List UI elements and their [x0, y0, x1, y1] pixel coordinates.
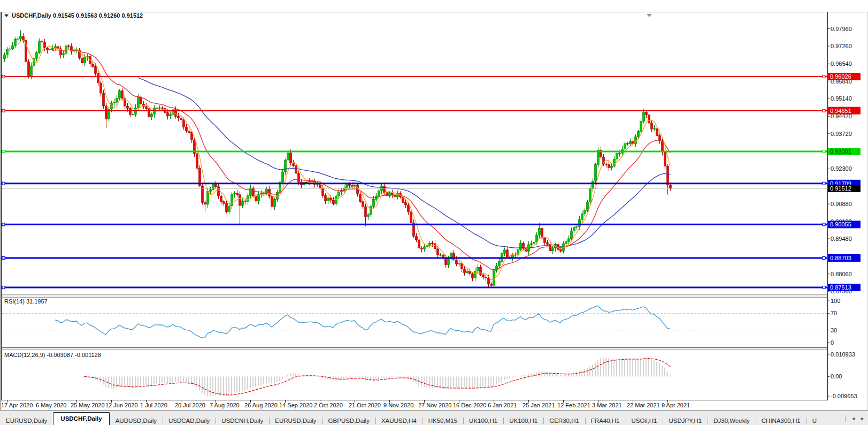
svg-text:12 Jun 2020: 12 Jun 2020 [105, 402, 138, 408]
chart-tab-ger30-h1[interactable]: GER30,H1 [543, 416, 585, 425]
chart-tab-u[interactable]: U [806, 416, 823, 425]
chart-tab-eurusd-daily[interactable]: EURUSD,Daily [0, 416, 53, 425]
svg-text:0.92300: 0.92300 [831, 165, 852, 172]
svg-text:16 Dec 2020: 16 Dec 2020 [453, 402, 486, 408]
svg-text:26 Aug 2020: 26 Aug 2020 [244, 402, 278, 408]
trading-platform-window: ▼ M1M5M15M30H1H4D1W1MN 0.979600.972600.9… [0, 0, 868, 425]
svg-text:0.89480: 0.89480 [831, 236, 852, 242]
chart-tabs-bar: EURUSD,DailyUSDCHF,DailyAUDUSD,DailyUSDC… [0, 411, 868, 425]
svg-text:1 Jul 2020: 1 Jul 2020 [140, 402, 167, 408]
svg-text:0.00: 0.00 [831, 373, 842, 380]
svg-text:0.88703: 0.88703 [830, 255, 851, 261]
svg-text:12 Feb 2021: 12 Feb 2021 [557, 402, 590, 408]
svg-text:0.97960: 0.97960 [831, 26, 852, 32]
chart-tab-usoil-h1[interactable]: USOil,H1 [626, 416, 663, 425]
svg-text:22 Mar 2021: 22 Mar 2021 [627, 402, 660, 408]
price-chart-canvas[interactable]: 0.979600.972600.965400.958400.951400.944… [0, 0, 868, 411]
svg-text:0.96026: 0.96026 [830, 73, 851, 80]
svg-text:-0.009653: -0.009653 [831, 393, 857, 399]
chart-tab-hk50-m15[interactable]: HK50,M15 [423, 416, 463, 425]
chart-tab-uk100-h1[interactable]: UK100,H1 [503, 416, 543, 425]
tab-scroll-left-icon[interactable]: ◄ [851, 416, 856, 421]
chart-tab-gbpusd-daily[interactable]: GBPUSD,Daily [322, 416, 375, 425]
svg-text:0.97260: 0.97260 [831, 43, 852, 49]
svg-text:0.96540: 0.96540 [831, 60, 852, 67]
svg-text:0.93720: 0.93720 [831, 131, 852, 137]
chart-tab-usdchf-daily[interactable]: USDCHF,Daily [53, 412, 109, 425]
svg-text:6 May 2020: 6 May 2020 [36, 402, 66, 408]
chart-tab-fra40-h1[interactable]: FRA40,H1 [585, 416, 626, 425]
chart-tab-xauusd-h4[interactable]: XAUUSD,H4 [375, 416, 423, 425]
svg-text:0.95140: 0.95140 [831, 95, 852, 102]
chart-tab-audusd-daily[interactable]: AUDUSD,Daily [110, 416, 163, 425]
rsi-label: RSI(14) 31.1957 [4, 298, 48, 305]
svg-text:0.91512: 0.91512 [830, 185, 851, 192]
svg-text:21 Oct 2020: 21 Oct 2020 [349, 402, 381, 408]
svg-text:0.94651: 0.94651 [830, 108, 851, 114]
chart-tab-eurusd-daily[interactable]: EURUSD,Daily [269, 416, 322, 425]
svg-text:0.88060: 0.88060 [831, 271, 852, 277]
svg-text:30: 30 [831, 327, 837, 333]
svg-text:2 Oct 2020: 2 Oct 2020 [314, 402, 343, 408]
svg-text:0.87513: 0.87513 [830, 284, 851, 291]
svg-text:20 Jul 2020: 20 Jul 2020 [175, 402, 205, 408]
macd-label: MACD(12,26,9) -0.003087 -0.001128 [4, 352, 101, 358]
svg-text:9 Nov 2020: 9 Nov 2020 [383, 402, 413, 408]
chart-tab-usdcnh-daily[interactable]: USDCNH,Daily [216, 416, 269, 425]
svg-text:7 Aug 2020: 7 Aug 2020 [210, 402, 240, 408]
chart-tab-china300-h1[interactable]: CHINA300,H1 [756, 416, 806, 425]
tab-scroll-arrows: ◄► [841, 411, 868, 425]
svg-text:0: 0 [831, 339, 834, 346]
svg-text:25 May 2020: 25 May 2020 [71, 402, 105, 408]
chart-tab-usdcad-daily[interactable]: USDCAD,Daily [163, 416, 216, 425]
svg-text:0.90880: 0.90880 [831, 201, 852, 207]
svg-text:25 Jan 2021: 25 Jan 2021 [523, 402, 555, 408]
svg-text:100: 100 [831, 298, 840, 304]
chart-tab-uk100-h1[interactable]: UK100,H1 [463, 416, 503, 425]
chart-tab-usdjpy-h1[interactable]: USDJPY,H1 [663, 416, 708, 425]
tab-scroll-right-icon[interactable]: ► [860, 416, 865, 421]
chart-tab-dj30-weekly[interactable]: DJ30,Weekly [708, 416, 756, 425]
svg-text:3 Mar 2021: 3 Mar 2021 [592, 402, 622, 408]
svg-text:6 Jan 2021: 6 Jan 2021 [488, 402, 517, 408]
svg-text:27 Nov 2020: 27 Nov 2020 [418, 402, 451, 408]
svg-text:0.010933: 0.010933 [831, 351, 855, 358]
chart-title: USDCHF,Daily 0.91545 0.91563 0.91260 0.9… [12, 12, 143, 19]
svg-text:70: 70 [831, 310, 837, 316]
svg-text:17 Apr 2020: 17 Apr 2020 [1, 402, 33, 408]
svg-text:14 Sep 2020: 14 Sep 2020 [279, 402, 312, 408]
svg-text:0.90055: 0.90055 [830, 221, 851, 227]
svg-text:9 Apr 2021: 9 Apr 2021 [662, 402, 690, 408]
svg-text:0.93001: 0.93001 [830, 148, 851, 155]
